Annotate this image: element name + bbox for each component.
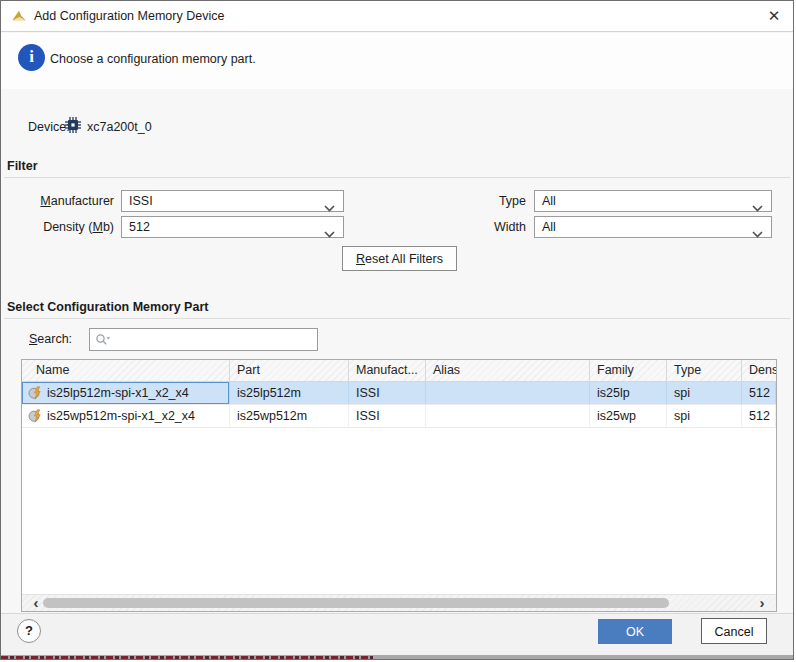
column-header-family[interactable]: Family — [590, 360, 667, 381]
dialog-title: Add Configuration Memory Device — [34, 9, 224, 23]
cell-part: is25lp512m — [230, 382, 349, 404]
cell-alias — [426, 405, 590, 427]
background-text-fragment — [1, 656, 373, 659]
close-button[interactable]: ✕ — [761, 4, 787, 28]
ok-button[interactable]: OK — [598, 619, 672, 644]
filter-heading: Filter — [7, 159, 38, 173]
type-select[interactable]: All — [534, 190, 772, 212]
width-select[interactable]: All — [534, 216, 772, 238]
cell-density: 512 — [742, 405, 776, 427]
manufacturer-selected-value: ISSI — [129, 194, 153, 208]
search-box[interactable] — [89, 328, 318, 351]
search-label: Search: — [29, 332, 72, 346]
column-header-manufacturer[interactable]: Manufact... — [349, 360, 426, 381]
cell-alias — [426, 382, 590, 404]
select-part-heading-rule — [4, 318, 790, 319]
reset-all-filters-button[interactable]: Reset All Filters — [342, 246, 457, 271]
cell-family: is25lp — [590, 382, 667, 404]
search-icon — [95, 333, 111, 347]
cell-manufacturer: ISSI — [349, 382, 426, 404]
device-value: xc7a200t_0 — [87, 120, 152, 134]
manufacturer-select[interactable]: ISSI — [121, 190, 344, 212]
table-row[interactable]: is25lp512m-spi-x1_x2_x4 is25lp512m ISSI … — [22, 382, 776, 405]
column-header-density[interactable]: Densi — [742, 360, 776, 381]
cell-density: 512 — [742, 382, 776, 404]
chevron-down-icon — [324, 198, 335, 205]
cell-part: is25wp512m — [230, 405, 349, 427]
cell-type: spi — [667, 382, 742, 404]
chip-icon — [65, 117, 81, 133]
column-header-part[interactable]: Part — [230, 360, 349, 381]
type-selected-value: All — [542, 194, 556, 208]
filter-heading-rule — [4, 177, 790, 178]
search-input[interactable] — [116, 330, 314, 349]
cell-name: is25wp512m-spi-x1_x2_x4 — [22, 405, 230, 427]
title-bar: Add Configuration Memory Device ✕ — [1, 1, 793, 32]
table-header-row: Name Part Manufact... Alias Family Type … — [22, 360, 776, 382]
column-header-type[interactable]: Type — [667, 360, 742, 381]
width-selected-value: All — [542, 220, 556, 234]
memory-part-icon — [28, 409, 42, 423]
column-header-alias[interactable]: Alias — [426, 360, 590, 381]
type-label: Type — [431, 190, 526, 212]
chevron-down-icon — [752, 224, 763, 231]
density-select[interactable]: 512 — [121, 216, 344, 238]
table-row[interactable]: is25wp512m-spi-x1_x2_x4 is25wp512m ISSI … — [22, 405, 776, 428]
cancel-button[interactable]: Cancel — [701, 618, 767, 644]
memory-part-table: Name Part Manufact... Alias Family Type … — [21, 359, 777, 612]
cell-type: spi — [667, 405, 742, 427]
background-window-sliver — [1, 655, 793, 659]
cell-family: is25wp — [590, 405, 667, 427]
device-label: Device: — [28, 120, 70, 134]
vivado-logo-icon — [10, 8, 28, 25]
cell-name: is25lp512m-spi-x1_x2_x4 — [22, 382, 230, 404]
banner-message: Choose a configuration memory part. — [50, 52, 256, 66]
add-config-memory-dialog: Add Configuration Memory Device ✕ i Choo… — [0, 0, 794, 660]
scrollbar-thumb[interactable] — [43, 598, 669, 608]
column-header-name[interactable]: Name — [22, 360, 230, 381]
question-icon: ? — [25, 623, 33, 638]
density-label: Density (Mb) — [21, 216, 114, 238]
chevron-down-icon — [324, 224, 335, 231]
horizontal-scrollbar[interactable]: ‹ › — [22, 594, 776, 611]
info-banner: i Choose a configuration memory part. — [1, 33, 793, 89]
manufacturer-label: Manufacturer — [21, 190, 114, 212]
cell-manufacturer: ISSI — [349, 405, 426, 427]
close-icon: ✕ — [768, 7, 781, 24]
chevron-down-icon — [752, 198, 763, 205]
help-button[interactable]: ? — [17, 619, 41, 643]
density-selected-value: 512 — [129, 220, 150, 234]
memory-part-icon — [28, 386, 42, 400]
info-icon: i — [18, 44, 45, 71]
width-label: Width — [431, 216, 526, 238]
select-part-heading: Select Configuration Memory Part — [7, 300, 208, 314]
scroll-left-icon[interactable]: ‹ — [29, 595, 43, 611]
footer-bar: ? OK Cancel — [1, 613, 793, 659]
scroll-right-icon[interactable]: › — [755, 595, 769, 611]
